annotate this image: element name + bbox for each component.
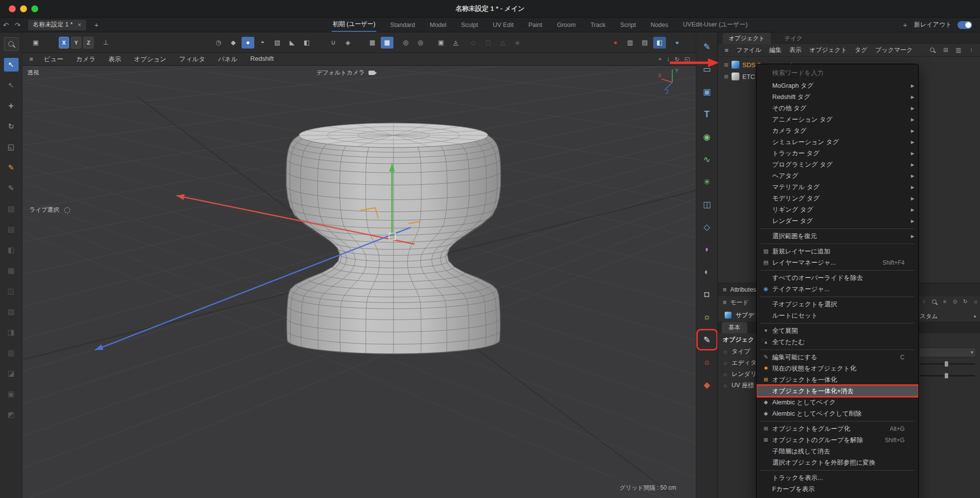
rotate-tool-icon[interactable]: ↻ — [4, 120, 19, 133]
camera-label[interactable]: デフォルトカメラ — [317, 69, 375, 77]
custom-dropdown[interactable]: スタム ▾ — [920, 311, 976, 321]
vp-menu-filter[interactable]: フィルタ — [179, 55, 205, 64]
menu-item-fold-all[interactable]: ▴ 全てたたむ — [757, 336, 918, 348]
layout-tab-nodes[interactable]: Nodes — [650, 19, 669, 31]
menu-item-hair-tag[interactable]: ヘアタグ ▶ — [757, 170, 918, 181]
menu-item-restore-selection[interactable]: 選択範囲を復元 ▶ — [757, 230, 918, 242]
tab-takes[interactable]: テイク — [779, 33, 808, 44]
document-tab[interactable]: 名称未設定 1 * × — [27, 19, 87, 31]
axis-orientation-gizmo[interactable]: Y X Z — [658, 66, 689, 94]
ortho-cone-icon[interactable]: ◬ — [449, 37, 462, 49]
om-search-icon[interactable] — [929, 47, 937, 54]
menu-item-tracker-tag[interactable]: トラッカー タグ ▶ — [757, 148, 918, 159]
layout-tab-model[interactable]: Model — [429, 19, 447, 31]
live-selection-icon[interactable]: ↖ — [4, 58, 19, 72]
layout-tab-uvedit-user[interactable]: UVEdit-User (ユーザー) — [682, 18, 749, 31]
menu-item-ungroup-objects[interactable]: ⊠ オブジェクトのグループを解除 Shift+G — [757, 434, 918, 446]
layout-tab-sculpt[interactable]: Sculpt — [460, 19, 479, 31]
menu-item-select-children[interactable]: 子オブジェクトを選択 — [757, 299, 918, 310]
attr-lock-icon[interactable]: ⊙ — [952, 299, 958, 305]
om-menu-view[interactable]: 表示 — [789, 46, 802, 54]
undo-icon[interactable]: ↶ — [0, 21, 12, 29]
attr-refresh-icon[interactable]: ↻ — [962, 299, 969, 305]
free-selection-icon[interactable]: ↖ — [4, 78, 19, 92]
autokey-record-icon[interactable]: ● — [242, 37, 254, 49]
keyframe-icon[interactable]: ◆ — [227, 37, 240, 49]
layout-tab-groom[interactable]: Groom — [556, 19, 577, 31]
vp-menu-redshift[interactable]: Redshift — [250, 55, 274, 64]
slider-knob[interactable] — [945, 373, 948, 378]
vp-menu-view[interactable]: ビュー — [44, 55, 64, 64]
menu-item-camera-tag[interactable]: カメラ タグ ▶ — [757, 125, 918, 136]
snap-magnet-icon[interactable]: ∪ — [327, 37, 340, 49]
layout-tab-uv-edit[interactable]: UV Edit — [492, 19, 514, 31]
vp-menu-panel[interactable]: パネル — [218, 55, 238, 64]
menu-item-show-tracks[interactable]: トラックを表示... — [757, 472, 918, 483]
move-tool-icon[interactable]: + — [4, 99, 19, 113]
viewport-filter-icon[interactable] — [4, 37, 19, 51]
view-mode-label[interactable]: 透視 — [27, 69, 39, 77]
volume-icon[interactable]: ◫ — [699, 196, 715, 213]
om-menu-tag[interactable]: タグ — [855, 46, 868, 54]
modeling-tool-11-icon[interactable]: ◩ — [4, 408, 19, 422]
om-folder-icon[interactable]: ▥ — [955, 47, 962, 54]
axis-x-button[interactable]: X — [59, 37, 69, 49]
vp-menu-camera[interactable]: カメラ — [76, 55, 96, 64]
etc-object-icon[interactable] — [732, 73, 739, 80]
modeling-tool-1-icon[interactable]: ▨ — [4, 202, 19, 216]
menu-item-remove-all-overrides[interactable]: すべてのオーバーライドを除去 — [757, 272, 918, 283]
symmetry-icon[interactable]: ◗ — [699, 241, 715, 258]
menu-item-set-as-root[interactable]: ルートにセット — [757, 310, 918, 321]
snap-settings-icon[interactable]: ◈ — [342, 37, 354, 49]
menu-item-convert-to-external-reference[interactable]: 選択オブジェクトを外部参照に変換 — [757, 457, 918, 468]
material-ball-icon[interactable]: ● — [671, 37, 684, 49]
render-picture-viewer-icon[interactable]: ▤ — [638, 37, 651, 49]
guide-icon[interactable]: ◎ — [399, 37, 412, 49]
generator-icon[interactable]: ◉ — [699, 128, 715, 145]
modeling-tool-4-icon[interactable]: ▦ — [4, 264, 19, 277]
field-icon[interactable]: ✳ — [699, 174, 715, 190]
modeling-tool-6-icon[interactable]: ▧ — [4, 305, 19, 319]
layout-tab-track[interactable]: Track — [589, 19, 607, 31]
spline-pen-icon[interactable]: ✎ — [699, 38, 715, 55]
selection-sphere-icon[interactable]: ◓ — [256, 37, 269, 49]
light-icon[interactable]: ☼ — [699, 309, 715, 325]
selection-cube-icon[interactable]: ▧ — [271, 37, 284, 49]
menu-search-input[interactable]: 検索ワードを入力 — [757, 66, 918, 80]
coordinate-system-icon[interactable]: ⊥ — [99, 37, 112, 49]
render-settings-icon[interactable]: ◧ — [653, 37, 666, 49]
deformer-icon[interactable]: ∿ — [699, 151, 715, 168]
viewport-3d[interactable]: 透視 デフォルトカメラ ライブ選択 グリッド間隔 : 50 cm Y X Z — [23, 66, 696, 498]
new-layout-label[interactable]: 新レイアウト — [914, 21, 952, 29]
om-menu-file[interactable]: ファイル — [736, 46, 761, 54]
menu-item-current-state-to-object[interactable]: ✹ 現在の状態をオブジェクト化 — [757, 363, 918, 374]
redo-icon[interactable]: ↷ — [12, 21, 24, 29]
guide-lock-icon[interactable]: ◎ — [414, 37, 427, 49]
menu-item-programming-tag[interactable]: プログラミング タグ ▶ — [757, 159, 918, 170]
menu-item-render-tag[interactable]: レンダー タグ ▶ — [757, 215, 918, 226]
dim-tool-4-icon[interactable]: ◈ — [511, 37, 524, 49]
menu-item-unfold-all[interactable]: ▾ 全て展開 — [757, 325, 918, 336]
dim-tool-2-icon[interactable]: ◻ — [482, 37, 494, 49]
text-primitive-icon[interactable]: T — [699, 106, 715, 123]
dim-tool-3-icon[interactable]: △ — [496, 37, 509, 49]
scale-tool-icon[interactable]: ◱ — [4, 140, 19, 154]
layout-tab-standard[interactable]: Standard — [389, 19, 416, 31]
menu-item-rigging-tag[interactable]: リギング タグ ▶ — [757, 204, 918, 215]
attr-filter-icon[interactable]: ≡ — [941, 299, 948, 305]
menu-item-bake-as-alembic-delete[interactable]: ◆ Alembic としてベイクして削除 — [757, 408, 918, 419]
menu-item-material-tag[interactable]: マテリアル タグ ▶ — [757, 181, 918, 193]
expand-icon[interactable]: ⊞ — [723, 62, 730, 68]
menu-item-layer-manager[interactable]: ▤ レイヤーマネージャ... Shift+F4 — [757, 257, 918, 268]
menu-item-group-objects[interactable]: ⊞ オブジェクトをグループ化 Alt+G — [757, 423, 918, 434]
ortho-cube-icon[interactable]: ▣ — [435, 37, 447, 49]
dim-tool-1-icon[interactable]: ◇ — [467, 37, 480, 49]
camera-icon[interactable]: ◘ — [699, 286, 715, 303]
tab-objects[interactable]: オブジェクト — [723, 33, 771, 44]
axis-y-button[interactable]: Y — [71, 37, 81, 49]
rs-material-icon[interactable]: ◆ — [699, 376, 715, 393]
menu-item-connect-objects-delete[interactable]: オブジェクトを一体化+消去 — [757, 385, 918, 397]
menu-item-redshift-tag[interactable]: Redshift タグ ▶ — [757, 91, 918, 102]
modeling-tool-9-icon[interactable]: ◪ — [4, 367, 19, 380]
layout-tab-paint[interactable]: Paint — [527, 19, 543, 31]
